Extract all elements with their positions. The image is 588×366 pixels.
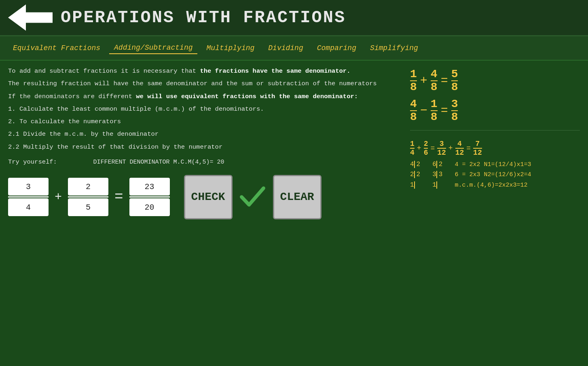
checkmark-svg	[239, 184, 266, 210]
g3-c2	[414, 181, 417, 189]
frac-1-4-den: 4	[410, 149, 415, 156]
header: OPERATIONS WITH FRACTIONS	[0, 0, 588, 36]
ex3-op2: +	[448, 144, 453, 152]
operator-plus: +	[55, 190, 62, 204]
right-panel: 1 8 + 4 8 = 5 8 4 8 −	[410, 67, 580, 360]
example-2: 4 8 − 1 8 = 3 8	[410, 99, 580, 123]
g2-r2-c1: 3	[432, 171, 436, 178]
tab-comparing[interactable]: Comparing	[312, 42, 361, 54]
clear-button[interactable]: CLEAR	[273, 175, 321, 219]
frac-3-12-num: 3	[440, 140, 444, 147]
frac-1-8-b-den: 8	[431, 111, 438, 123]
frac-3-8-den: 8	[451, 111, 458, 123]
fraction-input-row: + = CHECK CLEAR	[8, 175, 402, 219]
paragraph-3: If the denominators are different we wil…	[8, 92, 402, 101]
frac-4-12-num: 4	[457, 140, 462, 147]
numerator-2-input[interactable]	[68, 178, 108, 196]
frac-5-8: 5 8	[451, 69, 458, 93]
g2-r2-c2: 3	[436, 171, 443, 178]
g1-c1: 4	[410, 161, 414, 168]
frac-7-12-den: 12	[473, 149, 482, 156]
g2-c1: 2	[410, 171, 414, 178]
step-2: 2. To calculate the numerators	[8, 117, 402, 126]
frac-2-6: 2 6	[424, 140, 428, 156]
frac-7-12-num: 7	[475, 140, 480, 147]
lower-math: 1 4 + 2 6 = 3 12 + 4	[410, 140, 580, 190]
try-label: Try yourself:	[8, 158, 57, 166]
frac-4-8-den: 8	[431, 82, 438, 93]
check-button[interactable]: CHECK	[184, 175, 233, 219]
frac-1-4-num: 1	[410, 140, 415, 147]
para2-text: The resulting fraction will have the sam…	[8, 80, 377, 87]
tab-simplifying[interactable]: Simplifying	[365, 42, 423, 54]
grid-row-1: 42	[410, 160, 420, 170]
denominator-2-input[interactable]	[68, 198, 108, 216]
tab-dividing[interactable]: Dividing	[263, 42, 308, 54]
note-2: 6 = 2x3 N2=(12/6)x2=4	[455, 170, 531, 180]
frac-4-8: 4 8	[431, 69, 438, 93]
frac-1-8-b-num: 1	[431, 99, 438, 110]
note-1: 4 = 2x2 N1=(12/4)x1=3	[455, 160, 531, 170]
frac-3-8: 3 8	[451, 99, 458, 123]
paragraph-2: The resulting fraction will have the sam…	[8, 79, 402, 88]
ex2-eq: =	[441, 104, 448, 118]
grid-row-3: 1	[410, 180, 420, 191]
frac-4-8-b-den: 8	[410, 111, 417, 123]
denominator-1-input[interactable]	[8, 198, 49, 216]
note-3: m.c.m.(4,6)=2x2x3=12	[455, 180, 531, 191]
ex3-op1: +	[417, 144, 421, 152]
ex1-eq: =	[441, 74, 448, 88]
g2-r1-c1: 6	[432, 161, 436, 168]
para3-start: If the denominators are different	[8, 93, 136, 100]
fraction-1-line	[8, 196, 49, 198]
result-denominator-input[interactable]	[129, 198, 170, 216]
grid2-row-2: 33	[432, 170, 442, 180]
checkmark-icon	[239, 181, 267, 213]
try-subtitle: DIFFERENT DENOMINATOR m.c.m(4,5)= 20	[93, 159, 224, 166]
frac-1-8-b: 1 8	[431, 99, 438, 123]
frac-1-8: 1 8	[410, 69, 417, 93]
fraction-2-line	[68, 196, 108, 198]
main-content: To add and subtract fractions it is nece…	[0, 61, 588, 366]
frac-1-8-den: 8	[410, 82, 417, 93]
step-1: 1. Calculate the least common multiple (…	[8, 105, 402, 114]
para1-text: To add and subtract fractions it is nece…	[8, 67, 200, 75]
grid2-row-3: 1	[432, 180, 442, 191]
frac-3-12: 3 12	[437, 140, 446, 156]
para1-bold: the fractions have the same denominator.	[200, 67, 350, 75]
g1-c2: 2	[414, 161, 421, 168]
back-arrow-icon[interactable]	[8, 4, 53, 31]
tab-equivalent[interactable]: Equivalent Fractions	[8, 42, 105, 54]
division-grid-6: 62 33 1	[432, 160, 442, 191]
frac-2-6-den: 6	[424, 149, 428, 156]
ex3-eq1: =	[430, 144, 435, 152]
nav-tabs: Equivalent Fractions Adding/Subtracting …	[0, 36, 588, 61]
tab-adding[interactable]: Adding/Subtracting	[109, 42, 197, 54]
fraction-1	[8, 178, 49, 216]
frac-4-8-num: 4	[431, 69, 438, 80]
button-area: CHECK CLEAR	[184, 175, 321, 219]
left-panel: To add and subtract fractions it is nece…	[8, 67, 402, 360]
ex3-eq2: =	[466, 144, 471, 152]
g2-r1-c2: 2	[436, 161, 443, 168]
frac-3-12-den: 12	[437, 149, 446, 156]
example-3-row: 1 4 + 2 6 = 3 12 + 4	[410, 140, 580, 156]
fraction-result	[129, 178, 170, 216]
ex1-op: +	[420, 74, 427, 88]
section-divider	[410, 130, 580, 130]
equals-sign: =	[114, 189, 123, 205]
g2-r3-c1: 1	[432, 181, 436, 189]
frac-1-8-num: 1	[410, 69, 417, 80]
result-fraction-line	[129, 196, 170, 198]
try-section: Try yourself: DIFFERENT DENOMINATOR m.c.…	[8, 158, 402, 166]
frac-3-8-num: 3	[451, 99, 458, 110]
g2-c2: 2	[414, 171, 421, 178]
result-numerator-input[interactable]	[129, 178, 170, 196]
grid-section: 42 22 1 62 33 1 4 = 2x2 N1=(12/4)x1=3 6 …	[410, 160, 580, 191]
page-title: OPERATIONS WITH FRACTIONS	[61, 8, 346, 27]
para3-bold: we will use equivalent fractions with th…	[136, 93, 358, 100]
numerator-1-input[interactable]	[8, 178, 49, 196]
grid2-row-1: 62	[432, 160, 442, 170]
division-grid-4: 42 22 1	[410, 160, 420, 191]
tab-multiplying[interactable]: Multiplying	[201, 42, 259, 54]
